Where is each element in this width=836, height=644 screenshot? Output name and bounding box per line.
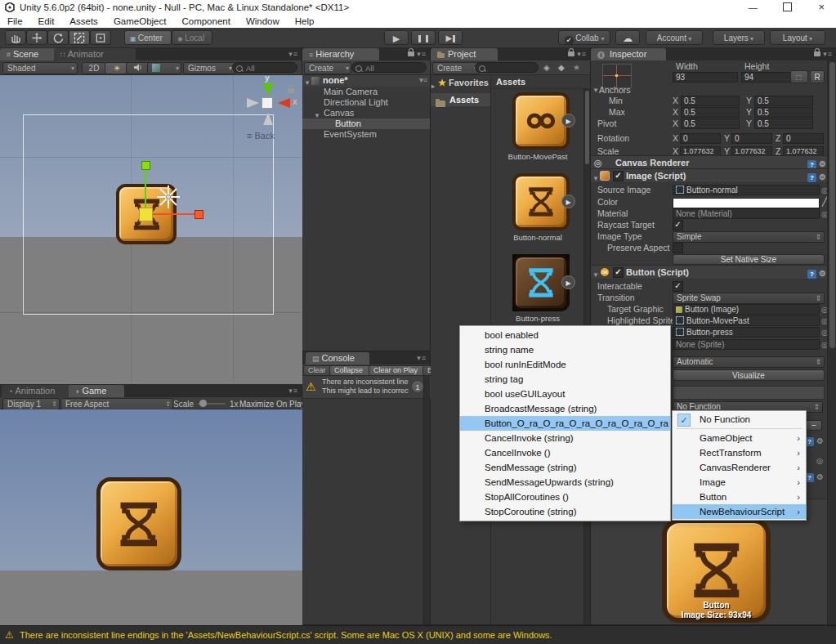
menu-file[interactable]: File: [7, 15, 23, 28]
hierarchy-item-canvas[interactable]: ▼Canvas: [302, 108, 430, 119]
menu-assets[interactable]: Assets: [69, 15, 98, 28]
source-image-field[interactable]: Button-normal: [673, 185, 820, 195]
set-native-size-button[interactable]: Set Native Size: [673, 254, 825, 265]
tab-animation[interactable]: ◔Animation: [2, 385, 78, 397]
menu-item-useguilayout[interactable]: bool useGUILayout: [460, 387, 670, 401]
hierarchy-item-main-camera[interactable]: Main Camera: [302, 87, 430, 97]
tab-animator[interactable]: ∷Animator: [54, 48, 136, 60]
gizmos-dropdown[interactable]: Gizmos▾: [183, 62, 235, 74]
image-header-icons[interactable]: ?⚙: [807, 171, 826, 184]
scene-viewport[interactable]: y x ≡ Back: [0, 75, 302, 384]
max-x-field[interactable]: 0.5: [681, 107, 740, 118]
inspector-panel-icons[interactable]: ▾≡: [814, 50, 833, 58]
target-graphic-field[interactable]: Button (Image): [673, 304, 820, 315]
gear-icon[interactable]: ⚙: [819, 159, 826, 168]
effects-dropdown-button[interactable]: ▾: [147, 62, 181, 74]
hand-tool-button[interactable]: [5, 30, 26, 45]
tab-inspector[interactable]: i Inspector: [591, 48, 666, 60]
maximize-on-play-button[interactable]: Maximize On Play: [239, 399, 306, 409]
visualize-button[interactable]: Visualize: [673, 369, 825, 381]
menu-item-broadcastmessage[interactable]: BroadcastMessage (string): [460, 401, 670, 416]
submenu-item-newbehaviourscript[interactable]: NewBehaviourScript›: [673, 504, 806, 519]
max-y-field[interactable]: 0.5: [754, 107, 813, 118]
layers-button[interactable]: Layers ▾: [713, 30, 765, 45]
menu-item-cancelinvoke-string[interactable]: CancelInvoke (string): [460, 431, 670, 445]
blueprint-mode-button[interactable]: ⬚: [790, 70, 808, 83]
preserve-aspect-checkbox[interactable]: [673, 243, 683, 253]
scene-row[interactable]: ▼ none* ▾≡: [302, 75, 430, 87]
menu-item-sendmessage[interactable]: SendMessage (string): [460, 460, 670, 475]
view-back-label[interactable]: ≡ Back: [247, 131, 275, 141]
menu-item-cancelinvoke[interactable]: CancelInvoke (): [460, 445, 670, 460]
scale-slider-knob[interactable]: [199, 400, 207, 407]
rotation-x-field[interactable]: 0: [680, 133, 721, 144]
menu-window[interactable]: Window: [246, 15, 279, 28]
menu-component[interactable]: Component: [181, 15, 230, 28]
raycast-target-checkbox[interactable]: ✓: [673, 220, 683, 230]
button-component-header[interactable]: ▼ OK ✓ Button (Script) ?⚙: [591, 265, 828, 280]
tab-project[interactable]: Project: [431, 48, 498, 60]
remove-event-button[interactable]: −: [806, 420, 822, 431]
asset-expand-icon[interactable]: ▶: [561, 114, 575, 127]
project-scrollbar-thumb[interactable]: [585, 91, 589, 164]
search-favorites-icon[interactable]: ★: [573, 63, 580, 72]
console-scrollbar[interactable]: [423, 376, 430, 624]
scene-lock-icon[interactable]: [288, 88, 294, 93]
submenu-item-no-function[interactable]: ✓ No Function: [673, 412, 806, 427]
console-collapse-button[interactable]: Collapse: [329, 365, 373, 376]
console-warning-entry[interactable]: ⚠ There are inconsistent line e This mig…: [302, 376, 431, 399]
asset-item-movepast[interactable]: ▶ Button-MovePast: [491, 92, 584, 169]
layout-button[interactable]: Layout ▾: [770, 30, 825, 45]
menu-item-runineditmode[interactable]: bool runInEditMode: [460, 357, 670, 372]
component-header-icons[interactable]: ?⚙: [805, 472, 824, 482]
menu-item-stopcoroutine[interactable]: StopCoroutine (string): [460, 504, 670, 519]
shading-mode-dropdown[interactable]: Shaded▾: [2, 62, 78, 74]
color-swatch[interactable]: [673, 198, 820, 208]
status-bar[interactable]: ⚠ There are inconsistent line endings in…: [0, 625, 836, 644]
rotation-z-field[interactable]: 0: [783, 133, 824, 144]
tab-hierarchy[interactable]: ≡Hierarchy: [302, 48, 379, 60]
account-button[interactable]: Account ▾: [646, 30, 703, 45]
step-button[interactable]: ▶: [438, 30, 463, 45]
minimize-button[interactable]: —: [749, 0, 758, 15]
search-by-label-icon[interactable]: ◆: [558, 63, 565, 72]
submenu-item-gameobject[interactable]: GameObject›: [673, 431, 806, 445]
rect-tool-button[interactable]: [90, 30, 111, 45]
disabled-sprite-field[interactable]: None (Sprite): [673, 339, 820, 350]
rotation-y-field[interactable]: 0: [731, 133, 772, 144]
image-enabled-checkbox[interactable]: ✓: [613, 171, 624, 181]
space-local-button[interactable]: ◉ Local: [172, 30, 212, 45]
scene-search-input[interactable]: All: [232, 62, 297, 73]
menu-item-sendmessageupwards[interactable]: SendMessageUpwards (string): [460, 475, 670, 490]
hierarchy-panel-icons[interactable]: ▾≡: [408, 50, 427, 58]
menu-item-string-name[interactable]: string name: [460, 342, 670, 357]
menu-item-button-o-ra[interactable]: Button_O_ra_O_ra_O_ra_O_ra_O_ra_O_ra (): [460, 416, 670, 431]
move-tool-button[interactable]: [26, 30, 47, 45]
game-viewport[interactable]: [0, 409, 302, 625]
menu-edit[interactable]: Edit: [38, 15, 55, 28]
min-y-field[interactable]: 0.5: [754, 96, 813, 106]
script-header-icons[interactable]: ?⚙: [805, 436, 824, 446]
scale-tool-button[interactable]: [69, 30, 90, 45]
pivot-y-field[interactable]: 0.5: [754, 119, 813, 129]
gear-icon[interactable]: ⚙: [816, 472, 824, 481]
menu-item-bool-enabled[interactable]: bool enabled: [460, 328, 670, 342]
menu-item-string-tag[interactable]: string tag: [460, 372, 670, 387]
scene-orientation-gizmo[interactable]: y x ≡ Back: [245, 75, 302, 149]
submenu-item-recttransform[interactable]: RectTransform›: [673, 445, 806, 460]
restore-button[interactable]: [783, 2, 792, 11]
button-enabled-checkbox[interactable]: ✓: [613, 267, 624, 278]
gizmo-y-handle[interactable]: [141, 161, 150, 170]
width-field[interactable]: 93: [673, 72, 738, 83]
cloud-button[interactable]: ☁: [615, 30, 640, 45]
gizmo-x-handle[interactable]: [194, 210, 203, 219]
hierarchy-lock-icon[interactable]: [408, 51, 414, 56]
submenu-item-image[interactable]: Image›: [673, 475, 806, 490]
hierarchy-item-eventsystem[interactable]: EventSystem: [302, 129, 430, 140]
tab-game[interactable]: ◗Game: [69, 385, 124, 397]
raw-edit-button[interactable]: R: [810, 70, 825, 83]
game-button-sprite[interactable]: [96, 477, 181, 570]
2d-toggle-button[interactable]: 2D: [82, 62, 106, 74]
gear-icon[interactable]: ⚙: [816, 436, 824, 445]
axis-back-cone[interactable]: [247, 98, 259, 108]
